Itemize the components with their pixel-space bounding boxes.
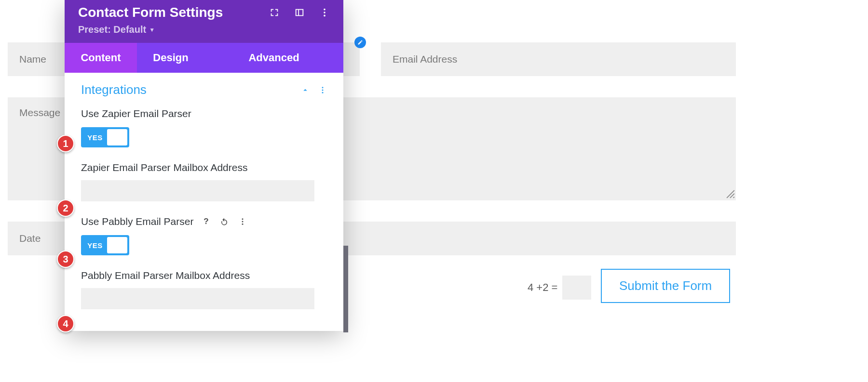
- chevron-up-icon[interactable]: [301, 86, 310, 94]
- svg-point-0: [324, 9, 326, 11]
- help-icon[interactable]: ?: [200, 216, 212, 227]
- textarea-resize-icon[interactable]: [726, 190, 735, 198]
- svg-point-1: [324, 12, 326, 13]
- sidebar-icon[interactable]: [294, 7, 305, 18]
- svg-point-3: [322, 87, 324, 88]
- pabbly-toggle-label-text: Use Pabbly Email Parser: [81, 216, 193, 227]
- toggle-knob: [107, 237, 127, 253]
- captcha-label: 4 +2 =: [528, 281, 557, 294]
- toggle-value: YES: [83, 133, 107, 142]
- svg-point-4: [322, 89, 324, 91]
- zapier-toggle-label: Use Zapier Email Parser: [81, 108, 327, 119]
- annotation-badge-2: 2: [57, 199, 74, 217]
- reset-icon[interactable]: [218, 216, 230, 227]
- annotation-badge-3: 3: [57, 250, 74, 268]
- kebab-icon[interactable]: [237, 216, 248, 227]
- pabbly-address-input[interactable]: [81, 288, 314, 309]
- expand-icon[interactable]: [269, 7, 280, 18]
- preset-selector[interactable]: Preset: Default ▼: [78, 24, 155, 35]
- svg-point-2: [324, 15, 326, 17]
- section-title-integrations[interactable]: Integrations: [81, 82, 147, 97]
- zapier-address-label: Zapier Email Parser Mailbox Address: [81, 162, 327, 173]
- annotation-badge-4: 4: [57, 315, 74, 332]
- tab-advanced[interactable]: Advanced: [204, 43, 343, 73]
- preset-label: Preset: Default: [78, 24, 146, 35]
- modal-scrollbar[interactable]: [343, 246, 348, 332]
- settings-modal: Contact Form Settings Preset: Default ▼ …: [65, 0, 343, 331]
- pabbly-toggle[interactable]: YES: [81, 235, 129, 255]
- modal-tabs: Content Design Advanced: [65, 43, 343, 73]
- pabbly-toggle-label: Use Pabbly Email Parser ?: [81, 216, 327, 227]
- modal-header: Contact Form Settings Preset: Default ▼: [65, 0, 343, 43]
- kebab-icon[interactable]: [319, 7, 330, 18]
- module-edit-icon[interactable]: [354, 37, 366, 48]
- tab-content[interactable]: Content: [65, 43, 137, 73]
- modal-body: Integrations Use Zapier Email Parser YES…: [65, 73, 343, 331]
- toggle-knob: [107, 129, 127, 145]
- svg-point-5: [322, 92, 324, 93]
- svg-point-6: [242, 218, 244, 220]
- zapier-address-input[interactable]: [81, 180, 314, 201]
- captcha-input[interactable]: [562, 276, 591, 300]
- zapier-toggle[interactable]: YES: [81, 127, 129, 147]
- svg-point-7: [242, 221, 244, 223]
- svg-point-8: [242, 224, 244, 225]
- tab-design[interactable]: Design: [137, 43, 204, 73]
- submit-button[interactable]: Submit the Form: [601, 269, 730, 303]
- toggle-value: YES: [83, 241, 107, 250]
- pabbly-address-label: Pabbly Email Parser Mailbox Address: [81, 270, 327, 281]
- annotation-badge-1: 1: [57, 135, 74, 152]
- kebab-icon[interactable]: [318, 86, 327, 94]
- email-input[interactable]: Email Address: [381, 42, 736, 76]
- caret-down-icon: ▼: [149, 26, 155, 33]
- modal-title: Contact Form Settings: [78, 5, 223, 20]
